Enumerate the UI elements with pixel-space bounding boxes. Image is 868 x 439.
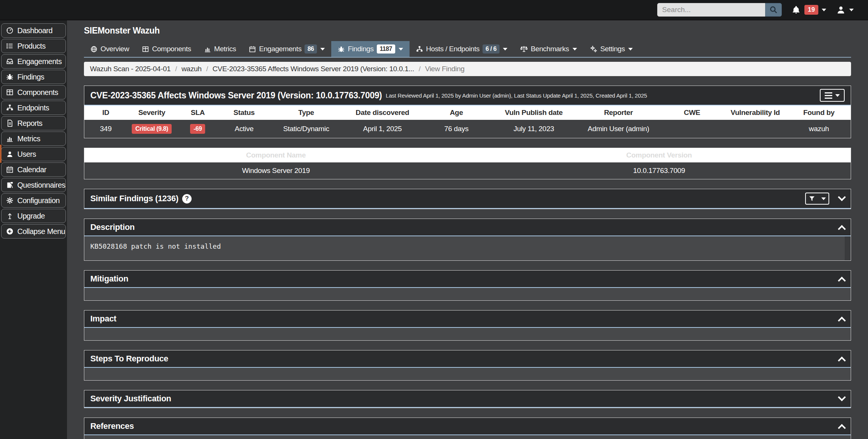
impact-header[interactable]: Impact: [84, 311, 851, 328]
tab-hosts-endpoints[interactable]: Hosts / Endpoints 6 / 6: [410, 41, 514, 57]
sidebar-item-label: Dashboard: [17, 26, 52, 35]
chevron-down-icon: [628, 48, 633, 50]
sidebar-item-upgrade[interactable]: Upgrade: [1, 209, 66, 223]
notifications-group[interactable]: 19: [792, 5, 826, 15]
sidebar-item-label: Upgrade: [17, 212, 45, 220]
breadcrumb-separator: /: [206, 65, 208, 73]
search-input[interactable]: [657, 3, 765, 17]
calendar-icon: [6, 166, 14, 173]
sidebar-item-label: Metrics: [17, 135, 40, 143]
finding-id-cell: 349: [84, 120, 127, 138]
sidebar: Dashboard Products Engagements Findings …: [0, 20, 67, 439]
tab-label: Engagements: [259, 45, 302, 53]
chevron-up-icon[interactable]: [838, 277, 846, 285]
filter-button[interactable]: [805, 193, 829, 205]
section-title: Similar Findings (1236): [90, 194, 178, 203]
sidebar-item-questionnaires[interactable]: Questionnaires: [1, 178, 66, 192]
product-tab-bar: Overview Components Metrics Engagements …: [84, 41, 851, 58]
scrollbar[interactable]: [845, 236, 851, 260]
chevron-down-icon: [821, 197, 826, 200]
tab-metrics[interactable]: Metrics: [198, 41, 242, 57]
tab-label: Findings: [348, 45, 374, 53]
sla-badge: -69: [190, 124, 205, 134]
endpoints-sitemap-icon: [6, 104, 14, 112]
mitigation-header[interactable]: Mitigation: [84, 271, 851, 288]
column-header: Vuln Publish date: [491, 106, 576, 120]
breadcrumb-finding[interactable]: CVE-2023-35365 Affects Windows Server 20…: [213, 65, 414, 73]
components-icon: [6, 89, 14, 96]
users-icon: [6, 150, 14, 158]
column-header: CWE: [661, 106, 723, 120]
sidebar-item-reports[interactable]: Reports: [1, 116, 66, 130]
finding-subtitle: Last Reviewed April 1, 2025 by Admin Use…: [386, 92, 647, 99]
user-menu[interactable]: [836, 5, 854, 15]
tab-components[interactable]: Components: [136, 41, 198, 57]
table-icon: [142, 46, 149, 53]
calendar-icon: [249, 46, 256, 53]
sidebar-item-collapse-menu[interactable]: Collapse Menu: [1, 224, 66, 239]
tab-engagements[interactable]: Engagements 86: [242, 41, 331, 57]
search-group: [657, 3, 782, 17]
chevron-up-icon[interactable]: [838, 225, 846, 233]
breadcrumb-test[interactable]: wazuh: [181, 65, 201, 73]
sidebar-item-dashboard[interactable]: Dashboard: [1, 23, 66, 38]
column-header: Severity: [127, 106, 176, 120]
column-header: Age: [422, 106, 491, 120]
steps-header[interactable]: Steps To Reproduce: [84, 350, 851, 368]
sidebar-item-calendar[interactable]: Calendar: [1, 162, 66, 177]
similar-findings-header[interactable]: Similar Findings (1236) ?: [84, 189, 851, 209]
sidebar-item-users[interactable]: Users: [1, 147, 66, 161]
sidebar-item-configuration[interactable]: Configuration: [1, 193, 66, 208]
sidebar-item-label: Questionnaires: [17, 181, 65, 190]
chevron-down-icon[interactable]: [838, 193, 846, 201]
sidebar-item-components[interactable]: Components: [1, 85, 66, 99]
tab-label: Benchmarks: [531, 45, 569, 53]
sidebar-item-label: Findings: [17, 73, 44, 81]
finding-actions-button[interactable]: [820, 89, 845, 102]
references-header[interactable]: References: [84, 418, 851, 435]
component-version-cell: 10.0.17763.7009: [468, 162, 851, 179]
description-text: KB5028168 patch is not installed: [90, 242, 221, 250]
chevron-up-icon[interactable]: [838, 356, 846, 364]
sidebar-item-products[interactable]: Products: [1, 39, 66, 53]
tab-settings[interactable]: Settings: [583, 41, 639, 57]
finding-title: CVE-2023-35365 Affects Windows Server 20…: [90, 90, 382, 101]
severity-justification-card: Severity Justification: [84, 390, 851, 408]
search-button[interactable]: [765, 3, 782, 17]
sitemap-icon: [416, 46, 423, 53]
similar-findings-card: Similar Findings (1236) ?: [84, 189, 851, 209]
upgrade-arrow-icon: [6, 212, 14, 220]
sidebar-item-findings[interactable]: Findings: [1, 70, 66, 84]
sidebar-item-metrics[interactable]: Metrics: [1, 132, 66, 146]
reports-file-icon: [6, 119, 14, 127]
column-header: Found by: [787, 106, 851, 120]
sidebar-item-label: Engagements: [17, 57, 62, 66]
chevron-down-icon[interactable]: [838, 393, 846, 401]
finding-header: CVE-2023-35365 Affects Windows Server 20…: [84, 86, 851, 106]
impact-card: Impact: [84, 310, 851, 341]
breadcrumb-engagement[interactable]: Wazuh Scan - 2025-04-01: [90, 65, 171, 73]
references-card: References https://msrc.microsoft.com/up…: [84, 418, 851, 439]
tab-overview[interactable]: Overview: [84, 41, 136, 57]
section-title: Steps To Reproduce: [90, 354, 168, 364]
chevron-up-icon[interactable]: [838, 424, 846, 432]
tab-findings[interactable]: Findings 1187: [331, 41, 410, 57]
help-icon[interactable]: ?: [182, 194, 192, 203]
column-header: Date discovered: [343, 106, 422, 120]
tab-benchmarks[interactable]: Benchmarks: [514, 41, 583, 57]
chevron-down-icon: [822, 9, 826, 11]
severity-justification-header[interactable]: Severity Justification: [84, 390, 851, 408]
sidebar-item-label: Users: [17, 150, 36, 159]
chevron-down-icon: [320, 48, 325, 50]
chevron-up-icon[interactable]: [838, 317, 846, 324]
section-title: Severity Justification: [90, 394, 171, 404]
steps-card: Steps To Reproduce: [84, 350, 851, 381]
chart-icon: [204, 46, 211, 53]
sidebar-item-endpoints[interactable]: Endpoints: [1, 101, 66, 115]
sidebar-item-label: Calendar: [17, 165, 46, 174]
sidebar-item-label: Products: [17, 42, 46, 50]
description-header[interactable]: Description: [84, 219, 851, 236]
sidebar-item-engagements[interactable]: Engagements: [1, 54, 66, 69]
found-by-cell: wazuh: [787, 120, 851, 138]
references-body: https://msrc.microsoft.com/update-guide/…: [84, 435, 851, 439]
